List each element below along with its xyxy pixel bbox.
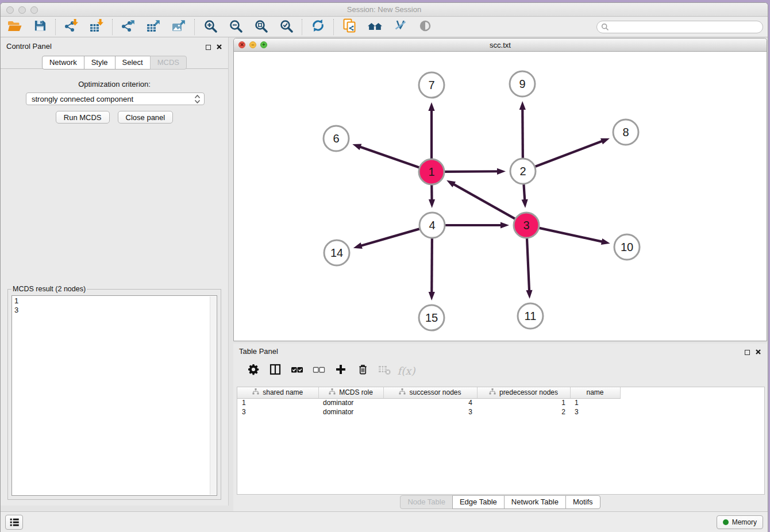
table-options-button[interactable]	[242, 361, 264, 380]
node-table: shared nameMCDS rolesuccessor nodesprede…	[237, 387, 621, 417]
graph-edge-2-3[interactable]	[523, 184, 525, 201]
column-header-shared-name[interactable]: shared name	[237, 387, 318, 398]
zoom-fit-icon	[254, 19, 268, 35]
zoom-fit-button[interactable]	[248, 18, 274, 36]
result-scrollbar[interactable]	[210, 296, 216, 495]
search-box[interactable]	[596, 21, 763, 33]
delete-columns-button[interactable]	[352, 361, 374, 380]
close-view-button[interactable]: ✕	[238, 41, 245, 48]
refresh-network-button[interactable]	[305, 18, 330, 36]
tab-motifs[interactable]: Motifs	[565, 495, 600, 509]
table-cell[interactable]: 2	[477, 407, 570, 417]
graph-node-label-7: 7	[428, 79, 434, 91]
tab-select[interactable]: Select	[115, 56, 151, 70]
criterion-select[interactable]: strongly connected component	[26, 92, 205, 105]
table-cell[interactable]: dominator	[318, 407, 383, 417]
tab-style[interactable]: Style	[84, 56, 116, 70]
maximize-view-button[interactable]: +	[260, 41, 267, 48]
export-image-button[interactable]	[166, 18, 191, 36]
import-table-button[interactable]	[84, 18, 109, 36]
zoom-window-button[interactable]	[30, 6, 38, 14]
tab-network-table[interactable]: Network Table	[504, 495, 566, 509]
tab-network[interactable]: Network	[42, 56, 84, 70]
graph-edge-arrowhead	[353, 242, 363, 249]
column-header-name[interactable]: name	[570, 387, 620, 398]
table-cell[interactable]: 1	[570, 398, 620, 407]
tab-edge-table[interactable]: Edge Table	[452, 495, 505, 509]
table-cell[interactable]: 3	[383, 407, 477, 417]
column-label: predecessor nodes	[499, 388, 558, 396]
import-network-button[interactable]	[59, 18, 84, 36]
toolbar-separator	[302, 19, 302, 35]
mcds-result-text[interactable]: 13	[11, 295, 217, 496]
graph-edge-3-11[interactable]	[527, 238, 529, 291]
content-area: Control Panel NetworkStyleSelectMCDS Opt…	[1, 37, 768, 511]
apply-function-button: f(x)	[395, 361, 417, 380]
table-row: 1dominator411	[237, 398, 620, 407]
graph-edge-4-14[interactable]	[360, 229, 420, 246]
table-cell[interactable]: dominator	[318, 398, 383, 407]
network-canvas[interactable]: 7968124314101511	[234, 52, 767, 341]
app-titlebar: Session: New Session	[1, 3, 768, 17]
export-network-button[interactable]	[116, 18, 141, 36]
select-all-button[interactable]	[286, 361, 308, 380]
close-table-panel-icon[interactable]	[755, 347, 761, 357]
minimize-view-button[interactable]: −	[249, 41, 256, 48]
memory-status-icon	[723, 519, 729, 525]
column-header-successor-nodes[interactable]: successor nodes	[383, 387, 477, 398]
table-cell[interactable]: 4	[383, 398, 477, 407]
hide-graphics-details-button[interactable]	[387, 18, 413, 36]
column-header-predecessor-nodes[interactable]: predecessor nodes	[477, 387, 570, 398]
close-panel-button[interactable]: Close panel	[118, 111, 174, 124]
run-mcds-button[interactable]: Run MCDS	[56, 111, 110, 124]
tab-mcds[interactable]: MCDS	[150, 56, 187, 70]
copy-style-button[interactable]	[337, 18, 362, 36]
zoom-out-button[interactable]	[223, 18, 248, 36]
show-columns-button[interactable]	[264, 361, 286, 380]
graph-edge-2-8[interactable]	[535, 141, 603, 167]
graph-edge-1-6[interactable]	[360, 147, 420, 168]
table-cell[interactable]: 3	[237, 407, 318, 417]
delete-table-icon	[378, 364, 391, 377]
close-window-button[interactable]	[6, 6, 14, 14]
column-label: shared name	[263, 388, 303, 396]
create-column-button[interactable]	[330, 361, 352, 380]
float-table-panel-icon[interactable]	[745, 350, 750, 355]
table-panel: Table Panel f(x) shared nameMCDS rolesuc…	[233, 344, 767, 511]
graph-edge-4-15[interactable]	[432, 238, 432, 293]
optimization-criterion-label: Optimization criterion:	[1, 80, 228, 88]
graph-node-label-3: 3	[523, 219, 529, 232]
graph-edge-3-1[interactable]	[453, 184, 515, 219]
tab-node-table[interactable]: Node Table	[400, 495, 453, 509]
zoom-in-button[interactable]	[198, 18, 223, 36]
graph-edge-3-10[interactable]	[538, 228, 602, 242]
network-window-controls: ✕ − +	[238, 41, 267, 48]
control-panel-tabs: NetworkStyleSelectMCDS	[1, 56, 228, 70]
table-cell[interactable]: 3	[570, 407, 620, 417]
graph-edge-2-9[interactable]	[522, 109, 523, 159]
graph-edge-arrowhead	[446, 180, 456, 187]
zoom-selected-button[interactable]	[274, 18, 299, 36]
criterion-value: strongly connected component	[32, 95, 133, 103]
save-session-button[interactable]	[27, 18, 52, 36]
table-cell[interactable]: 1	[477, 398, 570, 407]
open-session-button[interactable]	[2, 18, 27, 36]
export-table-button[interactable]	[141, 18, 166, 36]
toolbar-separator	[333, 19, 334, 35]
unselect-all-button[interactable]	[308, 361, 330, 380]
column-header-MCDS-role[interactable]: MCDS role	[318, 387, 383, 398]
home-button[interactable]	[362, 18, 387, 36]
hide-details-icon	[393, 18, 407, 35]
graph-edge-arrowhead	[601, 238, 610, 245]
task-history-button[interactable]	[5, 515, 23, 530]
minimize-window-button[interactable]	[18, 6, 26, 14]
float-panel-icon[interactable]	[206, 45, 211, 50]
close-panel-icon[interactable]	[216, 42, 222, 52]
column-type-icon	[252, 388, 259, 396]
show-graphics-details-button[interactable]	[413, 18, 438, 36]
graph-edge-arrowhead	[428, 102, 434, 111]
column-type-icon	[399, 388, 406, 396]
graph-edge-1-2[interactable]	[444, 171, 498, 172]
memory-button[interactable]: Memory	[717, 515, 763, 529]
table-cell[interactable]: 1	[237, 398, 318, 407]
